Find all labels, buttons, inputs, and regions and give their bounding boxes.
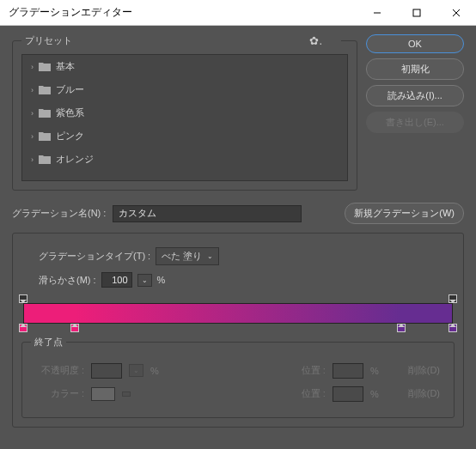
preset-folder-item[interactable]: ›紫色系 [22, 101, 347, 124]
close-icon [452, 9, 461, 17]
minimize-icon [373, 9, 381, 17]
presets-fieldset: プリセット ✿. ›基本›ブルー›紫色系›ピンク›オレンジ [12, 34, 357, 191]
endpoints-fieldset: 終了点 不透明度 : ⌄ % 位置 : % 削除(D) カラー : 位置 : [21, 336, 455, 418]
opacity-input[interactable] [91, 363, 122, 379]
gradient-type-select[interactable]: べた 塗り ⌄ [156, 247, 219, 265]
gradient-bar[interactable] [23, 303, 453, 324]
percent-label: % [370, 366, 379, 376]
folder-icon [39, 108, 51, 118]
smoothness-dropdown[interactable]: ⌄ [137, 274, 152, 287]
gradient-name-label: グラデーション名(N) : [12, 207, 106, 220]
delete-color-button: 削除(D) [403, 385, 445, 402]
opacity-position-input[interactable] [333, 363, 363, 379]
color-label: カラー : [31, 387, 84, 400]
color-dropdown [122, 391, 131, 397]
gradient-name-input[interactable] [113, 205, 302, 222]
gradient-editor [23, 303, 453, 324]
percent-label: % [157, 275, 166, 285]
smoothness-input[interactable] [101, 272, 132, 288]
color-stop[interactable] [449, 324, 457, 332]
presets-legend: プリセット [25, 34, 72, 47]
ok-button[interactable]: OK [366, 34, 464, 53]
maximize-button[interactable] [397, 0, 436, 26]
opacity-stop[interactable] [449, 294, 457, 303]
color-swatch[interactable] [91, 387, 115, 401]
export-button[interactable]: 書き出し(E)... [366, 112, 464, 133]
position-label: 位置 : [302, 387, 326, 400]
preset-folder-item[interactable]: ›オレンジ [22, 148, 347, 171]
reset-button[interactable]: 初期化 [366, 58, 464, 80]
folder-icon [39, 85, 51, 94]
minimize-button[interactable] [357, 0, 397, 26]
opacity-label: 不透明度 : [31, 364, 84, 377]
color-stop[interactable] [70, 324, 79, 332]
percent-label: % [370, 389, 379, 399]
preset-label: 基本 [56, 60, 75, 73]
svg-rect-1 [413, 9, 420, 16]
gradient-type-label: グラデーションタイプ(T) : [39, 250, 150, 263]
delete-opacity-button: 削除(D) [403, 362, 445, 379]
folder-icon [39, 131, 51, 141]
window-controls [357, 0, 476, 26]
window-title: グラデーションエディター [9, 5, 357, 20]
maximize-icon [412, 9, 421, 17]
gear-icon[interactable]: ✿. [309, 34, 322, 47]
load-button[interactable]: 読み込み(I)... [366, 85, 464, 106]
chevron-right-icon: › [31, 132, 34, 141]
chevron-right-icon: › [31, 86, 34, 94]
folder-icon [39, 62, 51, 71]
opacity-dropdown: ⌄ [129, 364, 143, 377]
endpoints-legend: 終了点 [31, 336, 66, 349]
chevron-down-icon: ⌄ [142, 276, 148, 284]
preset-label: 紫色系 [56, 106, 84, 119]
new-gradient-button[interactable]: 新規グラデーション(W) [345, 203, 464, 224]
preset-label: ピンク [56, 130, 84, 143]
smoothness-label: 滑らかさ(M) : [39, 274, 96, 287]
folder-icon [39, 155, 51, 164]
chevron-down-icon: ⌄ [133, 367, 139, 374]
opacity-stop[interactable] [19, 294, 27, 303]
color-stop[interactable] [19, 324, 27, 332]
chevron-down-icon: ⌄ [207, 252, 213, 260]
preset-list[interactable]: ›基本›ブルー›紫色系›ピンク›オレンジ [21, 54, 348, 181]
preset-label: ブルー [56, 83, 84, 96]
titlebar: グラデーションエディター [0, 0, 476, 26]
position-label: 位置 : [302, 364, 326, 377]
percent-label: % [150, 366, 159, 376]
chevron-right-icon: › [31, 109, 34, 118]
preset-folder-item[interactable]: ›ブルー [22, 78, 347, 101]
color-position-input[interactable] [333, 386, 363, 402]
close-button[interactable] [436, 0, 476, 26]
chevron-right-icon: › [31, 63, 34, 71]
preset-folder-item[interactable]: ›ピンク [22, 124, 347, 148]
preset-folder-item[interactable]: ›基本 [22, 55, 347, 78]
gradient-type-value: べた 塗り [162, 250, 202, 263]
gradient-config-fieldset: グラデーションタイプ(T) : べた 塗り ⌄ 滑らかさ(M) : ⌄ % 終了… [12, 233, 464, 428]
color-stop[interactable] [397, 324, 406, 332]
chevron-right-icon: › [31, 155, 34, 164]
preset-label: オレンジ [56, 153, 94, 166]
